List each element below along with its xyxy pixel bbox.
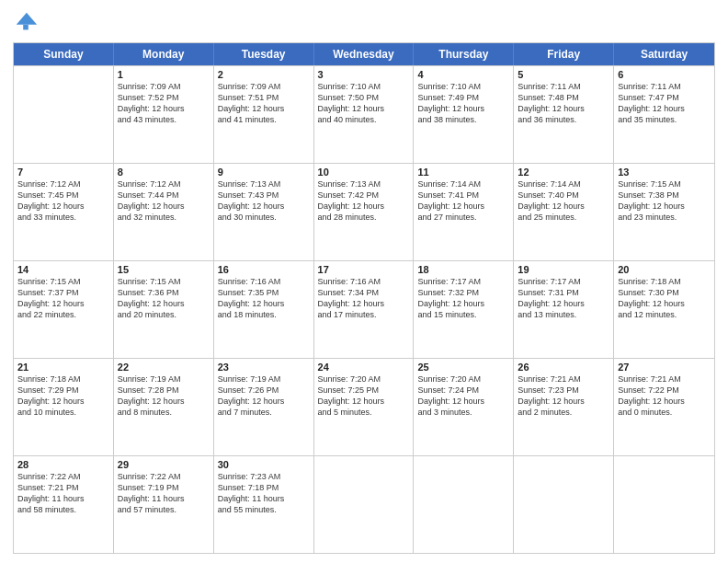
cell-info: Sunrise: 7:20 AM Sunset: 7:24 PM Dayligh… <box>417 373 509 419</box>
calendar-cell: 9Sunrise: 7:13 AM Sunset: 7:43 PM Daylig… <box>214 164 314 260</box>
cell-info: Sunrise: 7:16 AM Sunset: 7:35 PM Dayligh… <box>218 276 310 321</box>
cell-info: Sunrise: 7:22 AM Sunset: 7:21 PM Dayligh… <box>17 471 109 516</box>
cell-date: 9 <box>218 167 310 178</box>
cell-date: 12 <box>518 167 609 178</box>
cell-info: Sunrise: 7:13 AM Sunset: 7:42 PM Dayligh… <box>318 178 410 224</box>
weekday-header: Tuesday <box>214 43 314 65</box>
cell-info: Sunrise: 7:12 AM Sunset: 7:45 PM Dayligh… <box>17 178 109 224</box>
cell-date: 25 <box>417 362 509 373</box>
calendar-cell: 3Sunrise: 7:10 AM Sunset: 7:50 PM Daylig… <box>314 66 415 163</box>
cell-info: Sunrise: 7:23 AM Sunset: 7:18 PM Dayligh… <box>218 471 310 516</box>
calendar-cell <box>14 66 114 163</box>
cell-date: 27 <box>618 362 711 373</box>
cell-info: Sunrise: 7:15 AM Sunset: 7:37 PM Dayligh… <box>17 276 109 321</box>
cell-date: 7 <box>17 167 109 178</box>
calendar-cell: 14Sunrise: 7:15 AM Sunset: 7:37 PM Dayli… <box>14 261 114 358</box>
calendar-cell <box>314 456 415 553</box>
cell-date: 14 <box>17 264 109 275</box>
calendar-row: 7Sunrise: 7:12 AM Sunset: 7:45 PM Daylig… <box>14 163 714 260</box>
cell-date: 21 <box>17 362 109 373</box>
cell-info: Sunrise: 7:14 AM Sunset: 7:40 PM Dayligh… <box>518 178 609 224</box>
calendar-cell: 21Sunrise: 7:18 AM Sunset: 7:29 PM Dayli… <box>14 359 114 455</box>
calendar-cell: 11Sunrise: 7:14 AM Sunset: 7:41 PM Dayli… <box>414 164 514 260</box>
cell-date: 26 <box>518 362 609 373</box>
cell-date: 16 <box>218 264 310 275</box>
logo <box>13 9 42 35</box>
cell-info: Sunrise: 7:09 AM Sunset: 7:51 PM Dayligh… <box>218 81 310 126</box>
cell-date: 1 <box>118 69 210 80</box>
calendar-cell: 23Sunrise: 7:19 AM Sunset: 7:26 PM Dayli… <box>214 359 314 455</box>
cell-info: Sunrise: 7:21 AM Sunset: 7:22 PM Dayligh… <box>618 373 711 419</box>
calendar-row: 14Sunrise: 7:15 AM Sunset: 7:37 PM Dayli… <box>14 260 714 358</box>
calendar-row: 1Sunrise: 7:09 AM Sunset: 7:52 PM Daylig… <box>14 65 714 163</box>
calendar: SundayMondayTuesdayWednesdayThursdayFrid… <box>13 42 715 554</box>
calendar-cell: 20Sunrise: 7:18 AM Sunset: 7:30 PM Dayli… <box>614 261 714 358</box>
weekday-header: Thursday <box>414 43 514 65</box>
cell-date: 11 <box>417 167 509 178</box>
calendar-cell: 28Sunrise: 7:22 AM Sunset: 7:21 PM Dayli… <box>14 456 114 553</box>
cell-info: Sunrise: 7:11 AM Sunset: 7:47 PM Dayligh… <box>618 81 711 126</box>
cell-date: 15 <box>118 264 210 275</box>
calendar-cell: 6Sunrise: 7:11 AM Sunset: 7:47 PM Daylig… <box>614 66 714 163</box>
calendar-cell: 24Sunrise: 7:20 AM Sunset: 7:25 PM Dayli… <box>314 359 415 455</box>
logo-icon <box>13 9 39 35</box>
calendar-cell: 27Sunrise: 7:21 AM Sunset: 7:22 PM Dayli… <box>614 359 714 455</box>
calendar-cell <box>514 456 614 553</box>
cell-info: Sunrise: 7:22 AM Sunset: 7:19 PM Dayligh… <box>118 471 210 516</box>
calendar-cell: 22Sunrise: 7:19 AM Sunset: 7:28 PM Dayli… <box>114 359 214 455</box>
cell-info: Sunrise: 7:20 AM Sunset: 7:25 PM Dayligh… <box>318 373 410 419</box>
calendar-cell: 18Sunrise: 7:17 AM Sunset: 7:32 PM Dayli… <box>414 261 514 358</box>
weekday-header: Sunday <box>14 43 114 65</box>
cell-date: 28 <box>17 459 109 470</box>
cell-info: Sunrise: 7:10 AM Sunset: 7:49 PM Dayligh… <box>417 81 509 126</box>
cell-date: 8 <box>118 167 210 178</box>
cell-date: 10 <box>318 167 410 178</box>
calendar-cell: 5Sunrise: 7:11 AM Sunset: 7:48 PM Daylig… <box>514 66 614 163</box>
cell-date: 22 <box>118 362 210 373</box>
calendar-row: 21Sunrise: 7:18 AM Sunset: 7:29 PM Dayli… <box>14 358 714 455</box>
cell-info: Sunrise: 7:18 AM Sunset: 7:29 PM Dayligh… <box>17 373 109 419</box>
calendar-cell: 19Sunrise: 7:17 AM Sunset: 7:31 PM Dayli… <box>514 261 614 358</box>
calendar-cell: 15Sunrise: 7:15 AM Sunset: 7:36 PM Dayli… <box>114 261 214 358</box>
cell-info: Sunrise: 7:15 AM Sunset: 7:38 PM Dayligh… <box>618 178 711 224</box>
cell-info: Sunrise: 7:09 AM Sunset: 7:52 PM Dayligh… <box>118 81 210 126</box>
svg-marker-0 <box>17 13 37 25</box>
weekday-header: Wednesday <box>314 43 415 65</box>
cell-date: 20 <box>618 264 711 275</box>
cell-info: Sunrise: 7:10 AM Sunset: 7:50 PM Dayligh… <box>318 81 410 126</box>
cell-info: Sunrise: 7:18 AM Sunset: 7:30 PM Dayligh… <box>618 276 711 321</box>
cell-date: 19 <box>518 264 609 275</box>
weekday-header: Saturday <box>614 43 714 65</box>
calendar-cell: 29Sunrise: 7:22 AM Sunset: 7:19 PM Dayli… <box>114 456 214 553</box>
cell-info: Sunrise: 7:14 AM Sunset: 7:41 PM Dayligh… <box>417 178 509 224</box>
cell-info: Sunrise: 7:15 AM Sunset: 7:36 PM Dayligh… <box>118 276 210 321</box>
calendar-cell: 13Sunrise: 7:15 AM Sunset: 7:38 PM Dayli… <box>614 164 714 260</box>
calendar-cell: 10Sunrise: 7:13 AM Sunset: 7:42 PM Dayli… <box>314 164 415 260</box>
calendar-cell <box>614 456 714 553</box>
calendar-cell: 25Sunrise: 7:20 AM Sunset: 7:24 PM Dayli… <box>414 359 514 455</box>
cell-info: Sunrise: 7:12 AM Sunset: 7:44 PM Dayligh… <box>118 178 210 224</box>
calendar-cell: 17Sunrise: 7:16 AM Sunset: 7:34 PM Dayli… <box>314 261 415 358</box>
calendar-cell: 12Sunrise: 7:14 AM Sunset: 7:40 PM Dayli… <box>514 164 614 260</box>
calendar-cell: 4Sunrise: 7:10 AM Sunset: 7:49 PM Daylig… <box>414 66 514 163</box>
cell-date: 3 <box>318 69 410 80</box>
cell-date: 2 <box>218 69 310 80</box>
cell-info: Sunrise: 7:13 AM Sunset: 7:43 PM Dayligh… <box>218 178 310 224</box>
cell-info: Sunrise: 7:19 AM Sunset: 7:28 PM Dayligh… <box>118 373 210 419</box>
cell-info: Sunrise: 7:19 AM Sunset: 7:26 PM Dayligh… <box>218 373 310 419</box>
calendar-cell <box>414 456 514 553</box>
cell-info: Sunrise: 7:16 AM Sunset: 7:34 PM Dayligh… <box>318 276 410 321</box>
cell-date: 5 <box>518 69 609 80</box>
weekday-header: Monday <box>114 43 214 65</box>
calendar-body: 1Sunrise: 7:09 AM Sunset: 7:52 PM Daylig… <box>14 65 714 553</box>
cell-date: 30 <box>218 459 310 470</box>
calendar-cell: 16Sunrise: 7:16 AM Sunset: 7:35 PM Dayli… <box>214 261 314 358</box>
cell-date: 23 <box>218 362 310 373</box>
calendar-header: SundayMondayTuesdayWednesdayThursdayFrid… <box>14 43 714 65</box>
svg-rect-1 <box>23 25 28 30</box>
cell-date: 13 <box>618 167 711 178</box>
calendar-cell: 2Sunrise: 7:09 AM Sunset: 7:51 PM Daylig… <box>214 66 314 163</box>
cell-info: Sunrise: 7:11 AM Sunset: 7:48 PM Dayligh… <box>518 81 609 126</box>
cell-date: 18 <box>417 264 509 275</box>
cell-date: 6 <box>618 69 711 80</box>
